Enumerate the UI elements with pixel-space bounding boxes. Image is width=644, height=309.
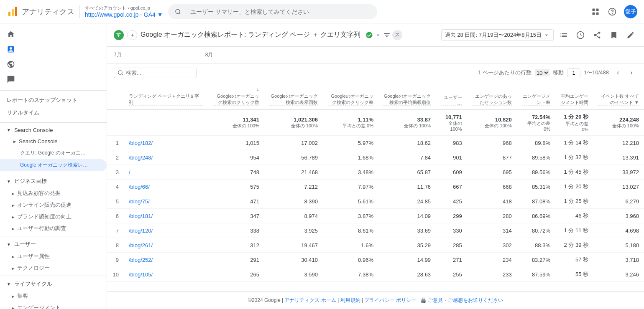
sidebar-item-technology[interactable]: ▸テクノロジー	[0, 262, 107, 274]
row-page[interactable]: /blog/181/	[124, 209, 208, 223]
row-clicks: 312	[208, 238, 264, 253]
edit-icon[interactable]	[624, 28, 637, 42]
row-page[interactable]: /blog/182/	[124, 136, 208, 150]
table-row: 2 /blog/248/ 954 56,789 1.68% 7.84 901 8…	[107, 150, 644, 165]
table-search[interactable]	[114, 68, 197, 78]
search-console-section-header[interactable]: ▼ Search Console	[0, 124, 107, 136]
row-page[interactable]: /blog/248/	[124, 150, 208, 165]
svg-rect-7	[593, 12, 595, 15]
add-comparison-button[interactable]: ＋	[127, 30, 137, 40]
footer-link-privacy[interactable]: プライバシー ポリシー	[364, 297, 416, 303]
col-impressions[interactable]: Googleのオーガニック検索の表示回数	[264, 82, 323, 110]
sidebar-item-lead-gen[interactable]: ▸見込み顧客の発掘	[0, 187, 107, 199]
sidebar-item-advertising[interactable]	[0, 72, 107, 87]
col-clicks[interactable]: ↓ Googleのオーガニック検索のクリック数	[208, 82, 264, 110]
svg-point-3	[176, 9, 180, 13]
row-page[interactable]: /	[124, 165, 208, 180]
report-header: す ＋ Google オーガニック検索レポート: ランディング ページ ＋ クエ…	[107, 23, 644, 47]
footer-link-analytics-home[interactable]: アナリティクス ホーム	[284, 297, 336, 303]
col-engaged-sessions[interactable]: エンゲージのあったセッション数	[467, 82, 517, 110]
col-num	[107, 82, 124, 110]
connected-icon	[365, 31, 373, 39]
help-icon[interactable]	[607, 7, 617, 17]
sidebar-item-user-behavior[interactable]: ▸ユーザー行動の調査	[0, 223, 107, 234]
col-users[interactable]: ユーザー …	[436, 82, 467, 110]
sidebar-item-search-console-sub[interactable]: ▸ Search Console	[0, 136, 107, 147]
sidebar-item-queries[interactable]: クエリ: Google のオーガニ…	[0, 147, 107, 159]
row-avg-eng: 1 分 14 秒	[555, 136, 593, 150]
avatar[interactable]: 愛子	[624, 5, 637, 18]
svg-line-4	[179, 13, 180, 14]
row-num: 3	[107, 165, 124, 180]
sidebar-item-user-attr[interactable]: ▸ユーザー属性	[0, 251, 107, 262]
global-search[interactable]	[168, 4, 377, 19]
row-page[interactable]: /blog/66/	[124, 180, 208, 194]
property-selector[interactable]: http://www.gpol.co.jp - GA4 ▼	[85, 11, 163, 18]
row-engaged: 695	[467, 165, 517, 180]
footer-link-feedback[interactable]: ご意見・ご感想をお送りください	[428, 297, 503, 303]
col-ctr[interactable]: Googleのオーガニック検索のクリック率	[323, 82, 378, 110]
row-eng-rate: 83.27%	[517, 253, 555, 267]
rows-per-page-select[interactable]: 10 25 50	[535, 69, 549, 76]
sidebar-item-realtime[interactable]: リアルタイム	[0, 106, 107, 119]
footer-link-terms[interactable]: 利用規約	[340, 297, 360, 303]
row-page[interactable]: /blog/252/	[124, 253, 208, 267]
date-range-selector[interactable]: 過去 28 日間: 7月19日〜2024年8月15日	[441, 29, 554, 41]
sidebar-item-online-sales[interactable]: ▸オンライン販売の促進	[0, 199, 107, 211]
row-page[interactable]: /blog/261/	[124, 238, 208, 253]
business-goals-header[interactable]: ▼ ビジネス目標	[0, 175, 107, 187]
logo-text: アナリティクス	[22, 7, 74, 17]
col-events[interactable]: イベント数 すべてのイベント ▼	[593, 82, 644, 110]
pagination-buttons: ‹ ›	[612, 67, 637, 79]
caret-icon-3: ▼	[7, 242, 11, 247]
sidebar-item-snapshot[interactable]: レポートのスナップショット	[0, 94, 107, 106]
sidebar-item-explore[interactable]	[0, 57, 107, 72]
filter-icon[interactable]	[383, 31, 391, 39]
row-ctr: 3.48%	[323, 165, 378, 180]
row-position: 14.99	[378, 253, 436, 267]
row-avg-eng: 57 秒	[555, 253, 593, 267]
table-search-input[interactable]	[126, 70, 193, 76]
col-landing[interactable]: ランディング ページ＋クエリ文字列	[124, 82, 208, 110]
lifecycle-section-header[interactable]: ▼ ライフサイクル	[0, 278, 107, 290]
row-position: 7.84	[378, 150, 436, 165]
data-table-container: 1 ページあたりの行数 10 25 50 移動 1〜10/488 ‹ ›	[107, 63, 644, 291]
sidebar-item-acquisition[interactable]: ▸集客	[0, 290, 107, 302]
col-engagement-rate[interactable]: エンゲージメント率	[517, 82, 555, 110]
explore-icon	[7, 60, 15, 68]
row-impressions: 19,467	[264, 238, 323, 253]
table-row: 3 / 748 21,468 3.48% 65.87 609 695 89.56…	[107, 165, 644, 180]
row-page[interactable]: /blog/120/	[124, 223, 208, 238]
search-input[interactable]	[184, 8, 371, 15]
row-users: 299	[436, 209, 467, 223]
bookmark-icon[interactable]	[607, 28, 621, 42]
row-ctr: 1.68%	[323, 150, 378, 165]
share-icon[interactable]	[590, 28, 604, 42]
sidebar-item-brand-awareness[interactable]: ▸ブランド認知度の向上	[0, 211, 107, 223]
svg-rect-8	[596, 12, 599, 15]
col-position[interactable]: Googleのオーガニック検索の平均掲載順位	[378, 82, 436, 110]
next-page-button[interactable]: ›	[626, 67, 637, 79]
apps-icon[interactable]	[590, 7, 601, 17]
col-avg-engagement[interactable]: 平均エンゲージメント時間	[555, 82, 593, 110]
content-area: す ＋ Google オーガニック検索レポート: ランディング ページ ＋ クエ…	[107, 23, 644, 309]
row-clicks: 575	[208, 180, 264, 194]
compare-icon[interactable]	[574, 28, 587, 42]
sidebar-item-home[interactable]	[0, 27, 107, 42]
sidebar-item-organic-search[interactable]: Google オーガニック検索レ…	[0, 159, 107, 171]
row-page[interactable]: /blog/105/	[124, 267, 208, 282]
footer: ©2024 Google | アナリティクス ホーム | 利用規約 | プライバ…	[107, 291, 644, 309]
row-engaged: 877	[467, 150, 517, 165]
account-selector[interactable]: すべてのアカウント › gpol.co.jp http://www.gpol.c…	[79, 5, 163, 18]
row-clicks: 748	[208, 165, 264, 180]
row-page[interactable]: /blog/75/	[124, 194, 208, 209]
row-avg-eng: 46 秒	[555, 209, 593, 223]
page-input[interactable]	[567, 68, 580, 77]
chart-type-icon[interactable]	[557, 28, 570, 42]
sidebar-item-engagement[interactable]: ▸エンゲージメント	[0, 302, 107, 309]
sidebar-item-reports[interactable]	[0, 42, 107, 57]
users-section-header[interactable]: ▼ ユーザー	[0, 238, 107, 251]
table-row: 4 /blog/66/ 575 7,212 7.97% 11.76 667 66…	[107, 180, 644, 194]
reports-icon	[7, 45, 15, 53]
prev-page-button[interactable]: ‹	[612, 67, 624, 79]
